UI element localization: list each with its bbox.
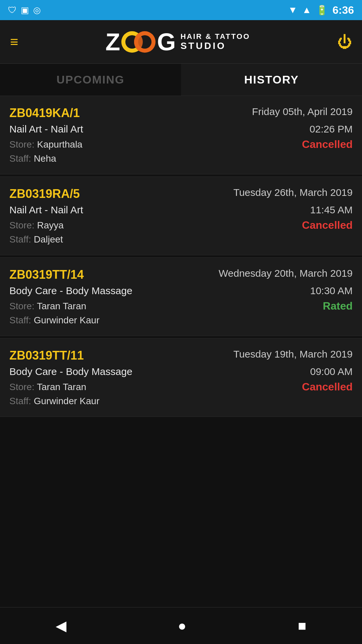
booking-card[interactable]: ZB0419KA/1 Friday 05th, April 2019 Nail …: [0, 96, 362, 174]
service-name: Body Care - Body Massage: [9, 366, 132, 377]
staff-name: Neha: [34, 153, 56, 164]
booking-card[interactable]: ZB0319TT/11 Tuesday 19th, March 2019 Bod…: [0, 338, 362, 417]
booking-status: Cancelled: [302, 381, 353, 393]
booking-id: ZB0319TT/11: [9, 348, 84, 363]
logo-rings-icon: [120, 29, 157, 55]
booking-id: ZB0419KA/1: [9, 106, 80, 120]
battery-icon: 🔋: [316, 5, 328, 16]
store-label: Store: Kapurthala: [9, 139, 82, 150]
wifi-icon: ▼: [288, 5, 298, 15]
logo-subtitle-top: HAIR & TATTOO: [180, 32, 250, 41]
staff-label: Staff: Daljeet: [9, 234, 63, 245]
booking-status: Cancelled: [302, 138, 353, 151]
signal-icon: ▲: [302, 5, 311, 15]
booking-status: Rated: [323, 300, 353, 312]
sim-icon: ▣: [21, 5, 29, 15]
store-name: Taran Taran: [37, 382, 86, 392]
service-name: Nail Art - Nail Art: [9, 204, 83, 216]
staff-name: Gurwinder Kaur: [34, 396, 100, 406]
booking-date: Friday 05th, April 2019: [252, 106, 353, 117]
booking-id: ZB0319RA/5: [9, 187, 80, 201]
bottom-navigation: ◀ ● ■: [0, 607, 362, 644]
status-time: 6:36: [333, 4, 354, 16]
home-button[interactable]: ●: [165, 614, 200, 637]
staff-label: Staff: Gurwinder Kaur: [9, 315, 100, 326]
booking-card[interactable]: ZB0319RA/5 Tuesday 26th, March 2019 Nail…: [0, 176, 362, 255]
store-label: Store: Taran Taran: [9, 301, 86, 312]
store-label: Store: Rayya: [9, 220, 64, 231]
booking-date: Wednesday 20th, March 2019: [219, 268, 353, 279]
booking-date: Tuesday 26th, March 2019: [233, 187, 353, 198]
app-logo: Z G HAIR & TATTOO STUDIO: [105, 28, 250, 56]
staff-label: Staff: Neha: [9, 153, 56, 164]
tab-upcoming[interactable]: UPCOMING: [0, 64, 181, 96]
booking-time: 02:26 PM: [310, 123, 353, 135]
booking-time: 11:45 AM: [310, 204, 353, 216]
recent-button[interactable]: ■: [284, 614, 319, 637]
bookings-list: ZB0419KA/1 Friday 05th, April 2019 Nail …: [0, 96, 362, 417]
app-header: ≡ Z G HAIR & TATTOO STUDIO: [0, 20, 362, 64]
staff-name: Gurwinder Kaur: [34, 315, 100, 325]
staff-name: Daljeet: [34, 234, 63, 245]
power-button[interactable]: ⏻: [337, 34, 352, 50]
booking-id: ZB0319TT/14: [9, 268, 84, 282]
shield-icon: 🛡: [8, 5, 17, 15]
status-bar: 🛡 ▣ ◎ ▼ ▲ 🔋 6:36: [0, 0, 362, 20]
logo-subtitle-bottom: STUDIO: [180, 41, 250, 51]
booking-time: 10:30 AM: [310, 285, 353, 297]
tab-history[interactable]: HISTORY: [181, 64, 362, 96]
store-name: Taran Taran: [37, 301, 86, 311]
service-name: Body Care - Body Massage: [9, 285, 132, 297]
booking-time: 09:00 AM: [310, 366, 353, 377]
store-name: Kapurthala: [37, 139, 82, 150]
booking-status: Cancelled: [302, 219, 353, 231]
booking-date: Tuesday 19th, March 2019: [233, 348, 353, 360]
store-label: Store: Taran Taran: [9, 382, 86, 392]
service-name: Nail Art - Nail Art: [9, 123, 83, 135]
tab-bar: UPCOMING HISTORY: [0, 64, 362, 96]
status-bar-left: 🛡 ▣ ◎: [8, 5, 41, 15]
staff-label: Staff: Gurwinder Kaur: [9, 396, 100, 407]
status-bar-right: ▼ ▲ 🔋 6:36: [288, 4, 354, 16]
store-name: Rayya: [37, 220, 63, 230]
booking-card[interactable]: ZB0319TT/14 Wednesday 20th, March 2019 B…: [0, 257, 362, 336]
back-button[interactable]: ◀: [42, 614, 80, 637]
menu-button[interactable]: ≡: [10, 35, 18, 49]
circle-icon: ◎: [33, 5, 41, 15]
